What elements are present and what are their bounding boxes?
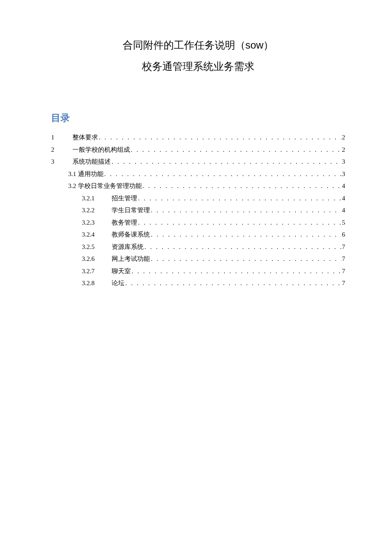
toc-leader-dots [138, 217, 341, 229]
toc-entry-label: 系统功能描述 [72, 156, 111, 168]
toc-entry: 3.2.4教师备课系统6 [51, 228, 345, 241]
toc-entry: 3.1 通用功能3 [51, 168, 345, 180]
document-title: 合同附件的工作任务说明（sow） [51, 38, 345, 52]
toc-entry: 1整体要求2 [51, 131, 345, 144]
toc-leader-dots [112, 156, 341, 168]
toc-entry: 2一般学校的机构组成2 [51, 144, 345, 156]
toc-entry-label: 一般学校的机构组成 [72, 144, 130, 156]
toc-entry-label: 论坛 [112, 277, 124, 289]
toc-entry-label: 3.1 通用功能 [68, 168, 104, 180]
toc-entry-label: 聊天室 [112, 265, 131, 278]
toc-entry-label: 资源库系统 [112, 241, 144, 253]
toc-entry-page: 7 [342, 265, 346, 278]
toc-entry: 3.2.1招生管理4 [51, 192, 345, 205]
toc-entry-number: 3.2.7 [82, 265, 112, 278]
toc-leader-dots [131, 144, 341, 156]
toc-entry-page: 2 [342, 131, 346, 144]
toc-leader-dots [125, 277, 341, 289]
toc-entry-page: 3 [342, 156, 346, 168]
toc-entry: 3.2.2学生日常管理4 [51, 204, 345, 217]
toc-entry: 3.2.6网上考试功能7 [51, 253, 345, 265]
toc-entry-page: 4 [342, 192, 346, 205]
table-of-contents: 1整体要求22一般学校的机构组成23系统功能描述33.1 通用功能33.2 学校… [51, 131, 345, 289]
toc-entry-label: 教务管理 [112, 217, 137, 229]
document-page: 合同附件的工作任务说明（sow） 校务通管理系统业务需求 目录 1整体要求22一… [0, 0, 392, 289]
toc-entry-number: 3 [51, 156, 72, 168]
toc-entry-number: 3.2.5 [82, 241, 112, 253]
toc-entry: 3.2.3教务管理5 [51, 217, 345, 229]
toc-entry: 3系统功能描述3 [51, 156, 345, 168]
toc-leader-dots [151, 253, 341, 265]
toc-entry-label: 教师备课系统 [112, 228, 150, 241]
toc-entry-number: 1 [51, 131, 72, 144]
toc-entry: 3.2.8论坛7 [51, 277, 345, 289]
toc-entry-label: 3.2 学校日常业务管理功能 [68, 180, 142, 192]
toc-entry-number: 3.2.8 [82, 277, 112, 289]
toc-entry-page: 4 [342, 204, 346, 217]
document-subtitle: 校务通管理系统业务需求 [51, 60, 345, 73]
toc-entry-page: 7 [342, 241, 346, 253]
toc-entry-number: 3.2.2 [82, 204, 112, 217]
toc-leader-dots [144, 241, 341, 253]
toc-entry: 3.2.5资源库系统7 [51, 241, 345, 253]
toc-entry: 3.2.7聊天室7 [51, 265, 345, 278]
toc-entry-page: 4 [342, 180, 346, 192]
toc-entry-number: 3.2.4 [82, 228, 112, 241]
toc-entry: 3.2 学校日常业务管理功能4 [51, 180, 345, 192]
toc-entry-number: 3.2.3 [82, 217, 112, 229]
toc-entry-page: 7 [342, 253, 346, 265]
toc-entry-page: 2 [342, 144, 346, 156]
toc-entry-label: 整体要求 [72, 131, 98, 144]
toc-entry-number: 3.2.6 [82, 253, 112, 265]
toc-entry-label: 网上考试功能 [112, 253, 150, 265]
toc-entry-label: 招生管理 [112, 192, 137, 205]
toc-leader-dots [143, 180, 341, 192]
toc-entry-number: 3.2.1 [82, 192, 112, 205]
toc-entry-label: 学生日常管理 [112, 204, 150, 217]
toc-leader-dots [151, 228, 341, 241]
toc-entry-page: 7 [342, 277, 346, 289]
toc-leader-dots [132, 265, 341, 278]
toc-entry-number: 2 [51, 144, 72, 156]
toc-entry-page: 5 [342, 217, 346, 229]
toc-leader-dots [104, 168, 341, 180]
toc-leader-dots [151, 204, 341, 217]
toc-heading: 目录 [51, 112, 345, 124]
toc-entry-page: 3 [342, 168, 346, 180]
toc-leader-dots [138, 192, 341, 205]
toc-entry-page: 6 [342, 228, 346, 241]
toc-leader-dots [99, 131, 341, 144]
